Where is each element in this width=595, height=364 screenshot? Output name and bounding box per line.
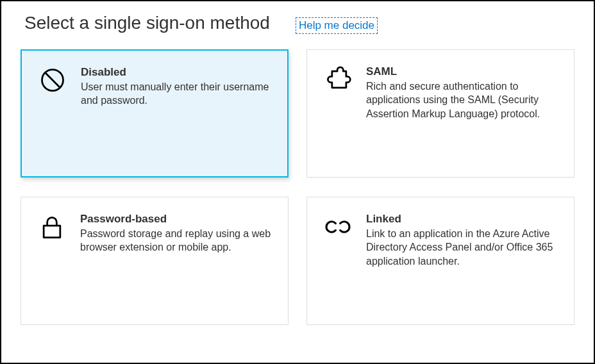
card-title: Password-based <box>80 213 272 226</box>
help-me-decide-link[interactable]: Help me decide <box>296 17 378 34</box>
card-text: Disabled User must manually enter their … <box>81 65 272 108</box>
card-title: Linked <box>366 213 558 226</box>
card-text: Password-based Password storage and repl… <box>80 211 272 254</box>
link-icon <box>323 213 353 244</box>
sso-method-panel: Select a single sign-on method Help me d… <box>0 0 595 364</box>
puzzle-icon <box>323 65 353 96</box>
page-title: Select a single sign-on method <box>24 13 270 33</box>
sso-card-password[interactable]: Password-based Password storage and repl… <box>21 197 289 325</box>
sso-card-saml[interactable]: SAML Rich and secure authentication to a… <box>306 49 574 178</box>
card-desc: User must manually enter their username … <box>81 80 272 108</box>
card-text: SAML Rich and secure authentication to a… <box>366 64 558 121</box>
svg-rect-2 <box>44 226 60 237</box>
header-row: Select a single sign-on method Help me d… <box>24 13 574 34</box>
sso-card-disabled[interactable]: Disabled User must manually enter their … <box>21 49 289 178</box>
sso-card-linked[interactable]: Linked Link to an application in the Azu… <box>306 197 574 325</box>
card-text: Linked Link to an application in the Azu… <box>366 211 558 269</box>
card-title: Disabled <box>81 66 272 79</box>
card-desc: Password storage and replay using a web … <box>80 227 272 254</box>
card-title: SAML <box>366 65 558 78</box>
card-desc: Rich and secure authentication to applic… <box>366 79 558 121</box>
svg-line-1 <box>45 72 60 88</box>
card-desc: Link to an application in the Azure Acti… <box>366 227 558 269</box>
sso-card-grid: Disabled User must manually enter their … <box>21 49 574 325</box>
disabled-icon <box>37 66 68 97</box>
lock-icon <box>37 213 67 244</box>
